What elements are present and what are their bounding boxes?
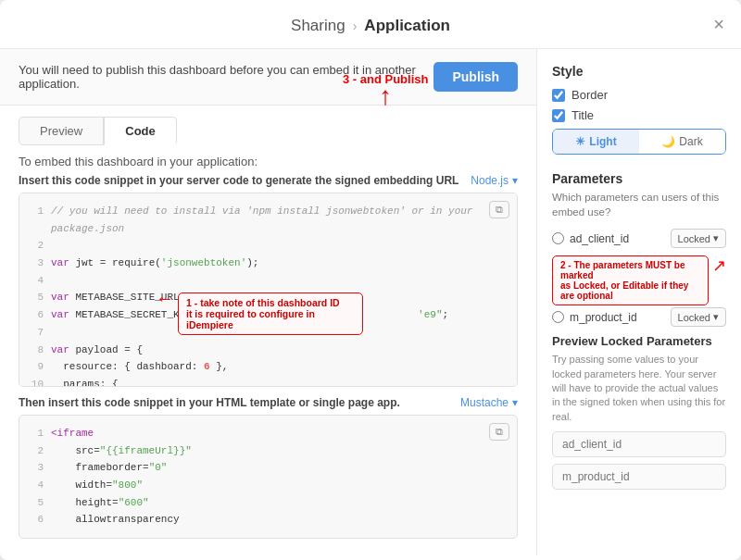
breadcrumb: Sharing › Application	[291, 17, 450, 35]
tab-preview[interactable]: Preview	[19, 117, 104, 145]
tab-code[interactable]: Code	[104, 117, 177, 145]
border-checkbox[interactable]	[552, 89, 565, 102]
param-lock-1[interactable]: Locked ▾	[671, 307, 726, 327]
locked-input-1[interactable]	[552, 464, 726, 490]
style-title: Style	[552, 64, 726, 79]
param-radio-1[interactable]	[552, 311, 564, 323]
parameters-title: Parameters	[552, 171, 726, 186]
border-checkbox-row: Border	[552, 88, 726, 102]
copy-html-code-button[interactable]: ⧉	[489, 423, 509, 441]
breadcrumb-current: Application	[364, 17, 450, 35]
html-lang-selector[interactable]: Mustache ▾	[460, 396, 518, 409]
breadcrumb-sharing: Sharing	[291, 17, 345, 35]
server-code-title: Insert this code snippet in your server …	[19, 174, 518, 187]
annotation-2: 2 - The parameters MUST be marked as Loc…	[552, 255, 709, 305]
publish-bar: You will need to publish this dashboard …	[0, 49, 536, 106]
title-checkbox-row: Title	[552, 108, 726, 122]
breadcrumb-arrow: ›	[353, 19, 358, 33]
sharing-modal: Sharing › Application × You will need to…	[0, 0, 741, 560]
param-row-1: m_product_id Locked ▾	[552, 307, 726, 327]
right-panel: Style Border Title ☀ Light 🌙 Dark	[537, 49, 741, 555]
main-panel: You will need to publish this dashboard …	[0, 49, 537, 555]
param-lock-0[interactable]: Locked ▾	[671, 229, 726, 248]
param-radio-0[interactable]	[552, 232, 564, 244]
theme-light-button[interactable]: ☀ Light	[553, 130, 639, 154]
title-checkbox[interactable]	[552, 109, 565, 122]
copy-server-code-button[interactable]: ⧉	[489, 201, 509, 218]
param-name-0: ad_client_id	[570, 232, 665, 245]
embed-info: To embed this dashboard in your applicat…	[0, 145, 536, 174]
parameters-desc: Which parameters can users of this embed…	[552, 190, 726, 219]
border-label: Border	[571, 88, 608, 102]
server-code-wrapper: ⧉ 1// you will need to install via 'npm …	[19, 193, 518, 387]
modal-body: You will need to publish this dashboard …	[0, 49, 741, 555]
theme-dark-button[interactable]: 🌙 Dark	[639, 130, 725, 154]
tabs-row: Preview Code	[0, 106, 536, 145]
close-button[interactable]: ×	[713, 15, 724, 33]
publish-bar-text: You will need to publish this dashboard …	[19, 63, 433, 91]
param-row-0: ad_client_id Locked ▾	[552, 229, 726, 248]
preview-locked-desc: Try passing some values to your locked p…	[552, 353, 726, 424]
modal-header: Sharing › Application ×	[0, 0, 741, 49]
title-label: Title	[571, 108, 594, 122]
publish-button[interactable]: Publish	[433, 62, 518, 92]
light-icon: ☀	[575, 135, 585, 148]
param-name-1: m_product_id	[570, 311, 665, 324]
lang-selector[interactable]: Node.js ▾	[471, 174, 518, 187]
html-code-block: ⧉ 1<iframe 2 src="{{iframeUrl}}" 3 frame…	[19, 415, 518, 539]
server-code-section: Insert this code snippet in your server …	[0, 174, 536, 396]
dark-icon: 🌙	[661, 135, 675, 148]
html-code-section: Then insert this code snippet in your HT…	[0, 396, 536, 548]
server-code-block: ⧉ 1// you will need to install via 'npm …	[19, 193, 518, 387]
html-code-wrapper: ⧉ 1<iframe 2 src="{{iframeUrl}}" 3 frame…	[19, 415, 518, 539]
locked-input-0[interactable]	[552, 431, 726, 457]
theme-toggle: ☀ Light 🌙 Dark	[552, 129, 726, 155]
html-code-title: Then insert this code snippet in your HT…	[19, 396, 518, 409]
preview-locked-title: Preview Locked Parameters	[552, 334, 726, 348]
